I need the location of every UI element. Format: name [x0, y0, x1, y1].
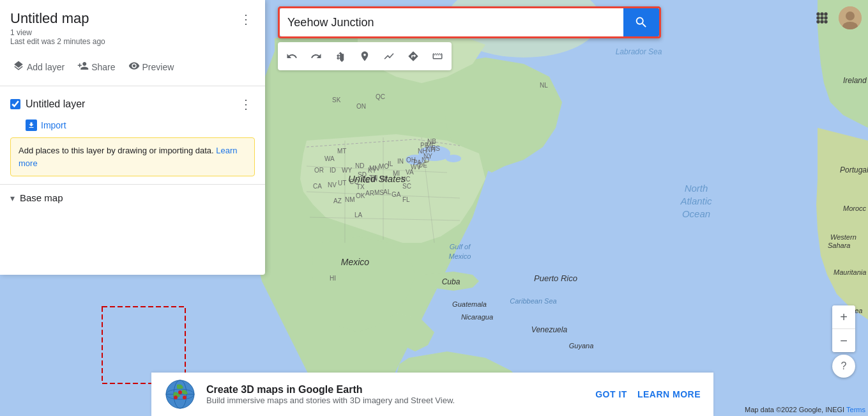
chevron-down-icon: ▾ [10, 193, 15, 203]
map-title-section: Untitled map 1 view Last edit was 2 minu… [10, 10, 237, 46]
svg-text:Atlantic: Atlantic [680, 196, 712, 206]
svg-text:United States: United States [348, 173, 406, 184]
svg-point-88 [816, 16, 819, 19]
layer-visibility-checkbox[interactable] [10, 99, 20, 109]
layer-title-row: Untitled layer [10, 98, 85, 110]
ruler-button[interactable] [426, 45, 449, 68]
svg-text:UT: UT [338, 180, 346, 187]
sidebar-header: Untitled map 1 view Last edit was 2 minu… [0, 0, 265, 51]
svg-text:FL: FL [402, 196, 410, 203]
sidebar-actions: Add layer Share Preview [0, 51, 265, 86]
svg-text:IN: IN [397, 158, 404, 165]
svg-point-90 [824, 16, 827, 19]
top-right-controls [811, 6, 862, 29]
svg-text:Guyana: Guyana [569, 342, 594, 350]
zoom-out-button[interactable]: − [832, 329, 855, 352]
preview-label: Preview [142, 62, 174, 72]
terms-link[interactable]: Terms [846, 406, 865, 413]
learn-more-button[interactable]: LEARN MORE [637, 389, 701, 399]
import-button[interactable]: Import [41, 120, 66, 130]
import-row: Import [26, 119, 255, 131]
svg-text:Ocean: Ocean [682, 208, 710, 219]
zoom-controls: + − [832, 305, 855, 352]
svg-text:Caribbean Sea: Caribbean Sea [510, 297, 556, 305]
banner-title: Create 3D maps in Google Earth [206, 384, 585, 396]
map-toolbar [278, 42, 452, 70]
sidebar: Untitled map 1 view Last edit was 2 minu… [0, 0, 265, 275]
banner-actions: GOT IT LEARN MORE [595, 389, 701, 399]
svg-text:Puerto Rico: Puerto Rico [534, 273, 577, 283]
add-layer-label: Add layer [27, 62, 65, 72]
user-avatar[interactable] [839, 6, 862, 29]
pan-button[interactable] [329, 45, 352, 68]
svg-text:AZ: AZ [333, 197, 342, 204]
redo-button[interactable] [305, 45, 328, 68]
svg-text:AL: AL [383, 189, 392, 196]
svg-text:Mexico: Mexico [341, 257, 370, 267]
svg-text:TX: TX [356, 183, 365, 190]
base-map-section[interactable]: ▾ Base map [0, 184, 265, 211]
zoom-in-button[interactable]: + [832, 305, 855, 328]
search-button[interactable] [623, 8, 659, 36]
svg-text:OH: OH [406, 157, 416, 164]
banner-subtitle: Build immersive maps and stories with 3D… [206, 396, 585, 405]
bottom-banner: Create 3D maps in Google Earth Build imm… [151, 373, 713, 416]
svg-text:Labrador Sea: Labrador Sea [616, 47, 662, 56]
svg-point-95 [846, 12, 855, 20]
undo-button[interactable] [280, 45, 303, 68]
svg-text:SK: SK [332, 96, 341, 104]
preview-button[interactable]: Preview [123, 56, 179, 78]
svg-text:Mexico: Mexico [449, 252, 471, 260]
svg-point-103 [183, 396, 187, 399]
svg-text:North: North [685, 183, 708, 194]
svg-text:Portugal: Portugal [840, 166, 868, 174]
svg-text:Western: Western [830, 233, 857, 241]
svg-text:ID: ID [330, 167, 336, 174]
svg-point-93 [824, 20, 827, 23]
search-input[interactable] [280, 8, 623, 36]
search-bar [278, 6, 661, 38]
map-last-edit: Last edit was 2 minutes ago [10, 37, 237, 46]
svg-text:NM: NM [345, 196, 355, 203]
layer-section: Untitled layer ⋮ Import Add places to th… [0, 86, 265, 184]
layer-menu-button[interactable]: ⋮ [237, 94, 255, 114]
svg-point-89 [820, 16, 823, 19]
layers-icon [13, 60, 24, 74]
svg-text:Cuba: Cuba [442, 277, 461, 286]
map-views: 1 view [10, 28, 237, 37]
svg-text:OR: OR [314, 167, 324, 174]
svg-text:Morocc: Morocc [843, 204, 867, 212]
svg-text:Gulf of: Gulf of [450, 243, 471, 250]
svg-text:GA: GA [392, 191, 401, 198]
svg-text:NL: NL [540, 82, 548, 89]
share-button[interactable]: Share [72, 56, 120, 78]
svg-text:AR: AR [365, 190, 374, 197]
add-layer-button[interactable]: Add layer [8, 56, 70, 78]
layer-title: Untitled layer [26, 98, 85, 110]
layer-header: Untitled layer ⋮ [10, 94, 255, 114]
help-button[interactable]: ? [832, 355, 855, 378]
got-it-button[interactable]: GOT IT [595, 389, 627, 399]
svg-text:Nicaragua: Nicaragua [461, 313, 493, 321]
svg-text:CA: CA [313, 183, 322, 190]
share-label: Share [91, 62, 115, 72]
map-attribution: Map data ©2022 Google, INEGI Terms [745, 406, 865, 413]
svg-point-102 [178, 390, 182, 394]
directions-button[interactable] [402, 45, 425, 68]
google-apps-button[interactable] [811, 6, 834, 29]
svg-text:Ireland: Ireland [843, 76, 867, 85]
svg-text:WA: WA [324, 155, 335, 162]
sidebar-menu-button[interactable]: ⋮ [237, 10, 255, 28]
layer-hint-text: Add places to this layer by drawing or i… [19, 146, 214, 155]
marker-button[interactable] [353, 45, 376, 68]
base-map-label: Base map [20, 192, 63, 203]
svg-point-87 [824, 12, 827, 15]
svg-text:QC: QC [376, 93, 385, 100]
visibility-icon [128, 60, 140, 74]
map-title: Untitled map [10, 10, 237, 27]
svg-point-86 [820, 12, 823, 15]
svg-text:PE: PE [420, 142, 429, 149]
svg-text:Guatemala: Guatemala [452, 300, 487, 308]
draw-line-button[interactable] [377, 45, 400, 68]
person-add-icon [77, 60, 89, 74]
